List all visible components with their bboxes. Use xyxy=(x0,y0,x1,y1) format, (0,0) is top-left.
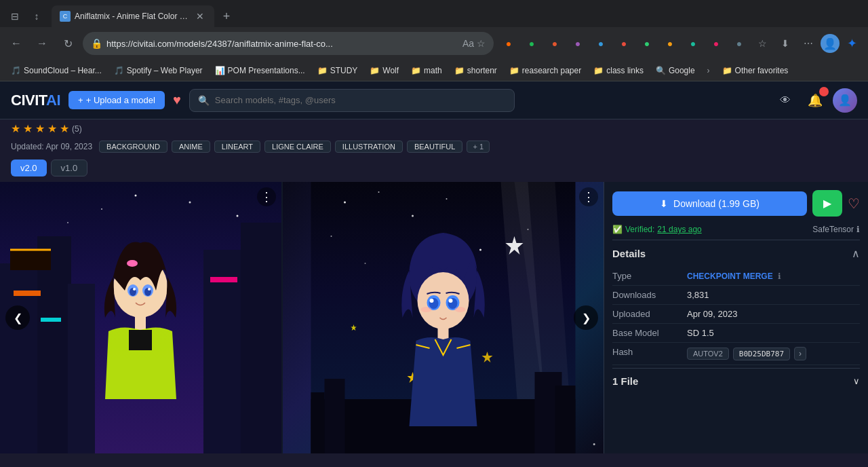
download-button[interactable]: ⬇ Download (1.99 GB) xyxy=(612,191,807,216)
bookmark-label: Other favorites xyxy=(735,66,789,75)
main-content: ⋮ ❮ xyxy=(0,182,868,453)
base-model-label: Base Model xyxy=(612,328,687,338)
hash-copy-button[interactable]: › xyxy=(794,347,806,360)
new-tab-button[interactable]: + xyxy=(217,7,236,26)
detail-type-row: Type CHECKPOINT MERGE ℹ xyxy=(612,267,860,286)
bookmark-study[interactable]: 📁 STUDY xyxy=(312,64,363,77)
gallery-next-button[interactable]: ❯ xyxy=(574,305,598,330)
bookmark-google[interactable]: 🔍 Google xyxy=(650,64,701,77)
upload-icon: + xyxy=(78,95,83,105)
bookmarks-more-button[interactable]: › xyxy=(702,64,715,77)
svg-point-30 xyxy=(378,191,380,193)
forward-button[interactable]: → xyxy=(31,33,53,54)
type-label: Type xyxy=(612,271,687,281)
refresh-button[interactable]: ↻ xyxy=(57,33,79,54)
tag-more-button[interactable]: + 1 xyxy=(467,141,490,153)
details-header[interactable]: Details ∧ xyxy=(612,240,860,267)
generate-button[interactable]: ▶ xyxy=(812,190,842,217)
save-model-button[interactable]: ♡ xyxy=(848,195,860,212)
bookmark-label: class links xyxy=(606,66,644,75)
tag-illustration[interactable]: ILLUSTRATION xyxy=(335,141,403,153)
toolbar-icons: ● ● ● ● ● ● ● ● ● ● ● ☆ ⬇ ⋯ 👤 ✦ xyxy=(498,33,863,54)
gallery-prev-button[interactable]: ❮ xyxy=(5,305,30,330)
ext-8[interactable]: ● xyxy=(728,33,750,54)
bookmark-url-icon[interactable]: ☆ xyxy=(477,38,486,49)
bookmark-soundcloud[interactable]: 🎵 SoundCloud – Hear... xyxy=(5,64,107,77)
folder-icon: 📁 xyxy=(509,66,519,75)
notifications-button[interactable]: 🔔 xyxy=(803,88,827,113)
url-bar[interactable]: 🔒 https://civitai.com/models/24387/anifl… xyxy=(83,32,494,55)
svg-rect-3 xyxy=(68,284,95,453)
logo-text: CIVITAI xyxy=(11,92,60,109)
details-section: Details ∧ Type CHECKPOINT MERGE ℹ Downlo… xyxy=(612,240,860,365)
bookmark-label: Spotify – Web Player xyxy=(127,66,203,75)
back-button[interactable]: ← xyxy=(5,33,27,54)
hash-value-text: B0D25DB787 xyxy=(733,348,790,360)
bookmark-spotify[interactable]: 🎵 Spotify – Web Player xyxy=(108,64,208,77)
files-header[interactable]: 1 File ∨ xyxy=(612,369,860,394)
site-logo[interactable]: CIVITAI xyxy=(11,92,60,109)
more-tools-button[interactable]: ⋯ xyxy=(797,33,819,54)
svg-point-12 xyxy=(67,222,68,223)
bookmark-class[interactable]: 📁 class links xyxy=(588,64,649,77)
verified-date-link[interactable]: 21 days ago xyxy=(657,225,701,234)
tag-lineart[interactable]: LINEART xyxy=(214,141,260,153)
image2-menu-button[interactable]: ⋮ xyxy=(579,187,598,206)
safetensor-info-icon[interactable]: ℹ xyxy=(856,225,860,234)
read-mode-icon[interactable]: Aa xyxy=(462,38,474,49)
ext-7[interactable]: ● xyxy=(705,33,727,54)
upload-model-button[interactable]: + + Upload a model xyxy=(68,91,165,109)
eye-off-icon[interactable]: 👁 xyxy=(773,88,797,113)
files-collapse-icon[interactable]: ∨ xyxy=(853,376,860,386)
address-bar: ← → ↻ 🔒 https://civitai.com/models/24387… xyxy=(0,27,868,60)
ext-1[interactable]: ● xyxy=(567,33,589,54)
hash-type-tag[interactable]: AUTOV2 xyxy=(687,348,729,360)
bookmark-pom[interactable]: 📊 POM Presentations... xyxy=(210,64,311,77)
active-tab[interactable]: C Aniflatmix - Anime Flat Color Sty... ✕ xyxy=(52,5,214,27)
ext-3[interactable]: ● xyxy=(613,33,635,54)
version-v2-button[interactable]: v2.0 xyxy=(11,160,47,176)
profile-button[interactable]: 👤 xyxy=(821,34,840,53)
user-avatar[interactable]: 👤 xyxy=(833,88,857,113)
type-value: CHECKPOINT MERGE ℹ xyxy=(687,271,860,281)
browser-window: ⊟ ↕ C Aniflatmix - Anime Flat Color Sty.… xyxy=(0,0,868,467)
tab-close-button[interactable]: ✕ xyxy=(194,10,206,22)
bookmark-research[interactable]: 📁 reasearch paper xyxy=(504,64,587,77)
ext-2[interactable]: ● xyxy=(590,33,612,54)
search-input[interactable] xyxy=(215,95,506,105)
star-2: ★ xyxy=(23,122,33,135)
svg-point-49 xyxy=(449,299,453,303)
new-tab-icon[interactable]: ↕ xyxy=(27,7,46,26)
details-collapse-icon[interactable]: ∧ xyxy=(852,247,860,260)
version-v1-button[interactable]: v1.0 xyxy=(51,160,88,176)
ext-4[interactable]: ● xyxy=(636,33,658,54)
bookmark-wolf[interactable]: 📁 Wolf xyxy=(364,64,404,77)
tag-beautiful[interactable]: BEAUTIFUL xyxy=(407,141,463,153)
bookmarks-icon[interactable]: ☆ xyxy=(751,33,773,54)
svg-point-33 xyxy=(446,198,448,200)
tab-list-icon[interactable]: ⊟ xyxy=(5,7,24,26)
svg-point-17 xyxy=(127,260,138,267)
bookmark-other[interactable]: 📁 Other favorites xyxy=(717,64,794,77)
folder-icon: 📁 xyxy=(370,66,380,75)
tag-ligne-claire[interactable]: LIGNE CLAIRE xyxy=(264,141,331,153)
detail-uploaded-row: Uploaded Apr 09, 2023 xyxy=(612,305,860,324)
checkpoint-merge-badge[interactable]: CHECKPOINT MERGE xyxy=(687,272,773,281)
copilot-button[interactable]: ✦ xyxy=(841,33,863,54)
favorite-button[interactable]: ♥ xyxy=(173,92,181,108)
downloads-icon[interactable]: ⬇ xyxy=(774,33,796,54)
ext-6[interactable]: ● xyxy=(682,33,704,54)
type-info-icon[interactable]: ℹ xyxy=(778,272,781,281)
check-circle-icon: ✅ xyxy=(612,225,623,234)
download-icon: ⬇ xyxy=(660,198,668,209)
tag-anime[interactable]: ANIME xyxy=(172,141,210,153)
image1-menu-button[interactable]: ⋮ xyxy=(257,187,276,206)
ext-5[interactable]: ● xyxy=(659,33,681,54)
ext-brave[interactable]: ● xyxy=(544,33,566,54)
search-bar[interactable]: 🔍 xyxy=(189,89,515,112)
bookmark-math[interactable]: 📁 math xyxy=(406,64,448,77)
ext-spotify[interactable]: ● xyxy=(521,33,542,54)
tag-background[interactable]: BACKGROUND xyxy=(99,141,167,153)
bookmark-shortenr[interactable]: 📁 shortenr xyxy=(449,64,502,77)
ext-soundcloud[interactable]: ● xyxy=(498,33,519,54)
